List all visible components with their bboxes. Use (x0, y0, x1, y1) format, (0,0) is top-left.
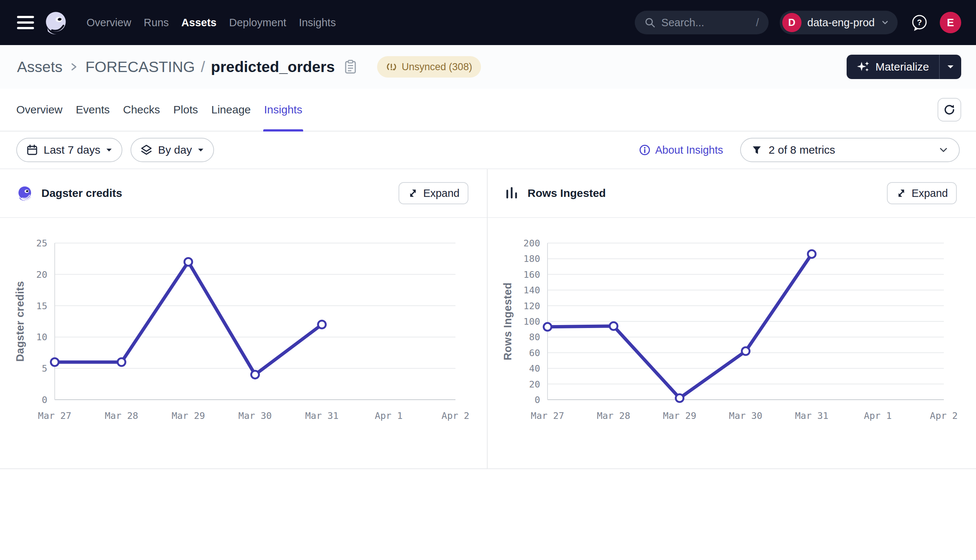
tab-checks[interactable]: Checks (123, 89, 160, 131)
tab-overview[interactable]: Overview (16, 89, 62, 131)
breadcrumb-group[interactable]: FORECASTING (85, 58, 195, 76)
tab-lineage[interactable]: Lineage (211, 89, 251, 131)
metrics-filter-label: 2 of 8 metrics (769, 144, 835, 156)
search-shortcut-hint: / (756, 17, 759, 29)
expand-button[interactable]: Expand (887, 182, 957, 204)
nav-item-deployment[interactable]: Deployment (229, 17, 286, 29)
chevron-down-icon (938, 145, 949, 155)
svg-text:Mar 28: Mar 28 (105, 410, 138, 421)
svg-text:Apr 2: Apr 2 (441, 410, 469, 421)
breadcrumb-assets[interactable]: Assets (17, 58, 62, 76)
svg-text:Mar 27: Mar 27 (38, 410, 71, 421)
time-range-filter[interactable]: Last 7 days (16, 138, 122, 162)
deployment-name: data-eng-prod (807, 17, 875, 29)
svg-text:20: 20 (36, 269, 47, 280)
caret-down-icon (197, 148, 204, 152)
materialize-label: Materialize (876, 61, 929, 73)
svg-text:Dagster credits: Dagster credits (14, 281, 26, 362)
svg-text:Mar 28: Mar 28 (597, 410, 630, 421)
asset-header: Assets FORECASTING / predicted_orders Un… (0, 45, 976, 89)
svg-text:Mar 30: Mar 30 (729, 410, 762, 421)
dagster-credits-chart: 0510152025Mar 27Mar 28Mar 29Mar 30Mar 31… (0, 218, 487, 468)
granularity-filter[interactable]: By day (130, 138, 214, 162)
sync-status-badge[interactable]: Unsynced (308) (377, 56, 481, 78)
breadcrumb-separator: / (201, 58, 205, 76)
hamburger-menu-icon[interactable] (17, 16, 34, 29)
info-icon (639, 144, 651, 156)
nav-item-insights[interactable]: Insights (299, 17, 336, 29)
layers-icon (140, 144, 152, 156)
svg-text:Mar 30: Mar 30 (239, 410, 272, 421)
caret-down-icon (106, 148, 112, 152)
svg-text:80: 80 (529, 332, 540, 342)
svg-text:100: 100 (523, 316, 540, 327)
tab-events[interactable]: Events (76, 89, 110, 131)
help-button[interactable]: ? (910, 13, 929, 32)
svg-text:Apr 2: Apr 2 (930, 410, 958, 421)
svg-text:200: 200 (523, 238, 540, 248)
svg-text:Rows Ingested: Rows Ingested (502, 282, 513, 360)
dagster-credits-panel: Dagster credits Expand 0510152025Mar 27M… (0, 169, 488, 468)
svg-text:Mar 29: Mar 29 (663, 410, 696, 421)
svg-text:?: ? (917, 18, 922, 27)
svg-text:25: 25 (36, 238, 47, 248)
svg-text:60: 60 (529, 348, 540, 358)
bar-chart-icon (505, 186, 519, 200)
nav-links: Overview Runs Assets Deployment Insights (87, 17, 336, 29)
deployment-switcher[interactable]: D data-eng-prod (780, 11, 897, 34)
svg-text:Mar 29: Mar 29 (172, 410, 205, 421)
dagster-logo-icon[interactable] (43, 10, 68, 35)
granularity-label: By day (158, 144, 192, 156)
insights-filters: Last 7 days By day About Insights 2 of 8… (0, 132, 976, 169)
dagster-credits-header: Dagster credits Expand (0, 169, 487, 218)
sync-status-label: Unsynced (308) (402, 61, 473, 73)
svg-text:5: 5 (42, 363, 47, 374)
help-icon: ? (910, 13, 929, 32)
about-insights-label: About Insights (655, 144, 723, 156)
search-box[interactable]: / (635, 11, 769, 34)
materialize-button[interactable]: Materialize (847, 55, 939, 79)
time-range-label: Last 7 days (43, 144, 100, 156)
tab-plots[interactable]: Plots (174, 89, 198, 131)
top-nav: Overview Runs Assets Deployment Insights… (0, 0, 976, 45)
caret-down-icon (947, 64, 954, 70)
rows-ingested-chart: 020406080100120140160180200Mar 27Mar 28M… (488, 218, 975, 468)
nav-item-overview[interactable]: Overview (87, 17, 131, 29)
svg-text:40: 40 (529, 363, 540, 374)
materialize-split-button: Materialize (847, 55, 961, 79)
tab-insights[interactable]: Insights (264, 89, 302, 131)
expand-label: Expand (912, 187, 948, 200)
dagster-credits-icon (17, 185, 33, 201)
expand-icon (408, 188, 418, 199)
filter-funnel-icon (751, 145, 762, 155)
svg-text:Mar 31: Mar 31 (795, 410, 829, 421)
svg-text:0: 0 (42, 395, 47, 405)
svg-text:Apr 1: Apr 1 (375, 410, 403, 421)
svg-text:160: 160 (523, 269, 540, 280)
search-input[interactable] (662, 17, 750, 29)
expand-button[interactable]: Expand (399, 182, 468, 204)
chart-title: Dagster credits (42, 187, 122, 200)
svg-text:120: 120 (523, 301, 540, 312)
breadcrumb-chevron-icon (69, 60, 79, 74)
svg-text:Mar 31: Mar 31 (305, 410, 339, 421)
nav-item-assets[interactable]: Assets (182, 17, 217, 29)
calendar-icon (26, 144, 38, 156)
nav-item-runs[interactable]: Runs (144, 17, 169, 29)
user-avatar[interactable]: E (940, 12, 961, 33)
rows-ingested-header: Rows Ingested Expand (488, 169, 975, 218)
svg-text:180: 180 (523, 253, 540, 264)
svg-text:15: 15 (36, 301, 47, 312)
asset-tabs: Overview Events Checks Plots Lineage Ins… (0, 89, 976, 132)
metrics-filter-select[interactable]: 2 of 8 metrics (740, 138, 960, 162)
materialize-dropdown-button[interactable] (940, 55, 961, 79)
refresh-button[interactable] (938, 98, 961, 122)
insights-panels: Dagster credits Expand 0510152025Mar 27M… (0, 169, 976, 469)
search-icon (644, 17, 655, 28)
copy-description-button[interactable] (344, 60, 357, 74)
deployment-initial-badge: D (782, 13, 802, 32)
chart-title: Rows Ingested (528, 187, 606, 200)
about-insights-link[interactable]: About Insights (639, 144, 723, 156)
svg-text:0: 0 (535, 395, 540, 405)
refresh-icon (943, 103, 956, 117)
